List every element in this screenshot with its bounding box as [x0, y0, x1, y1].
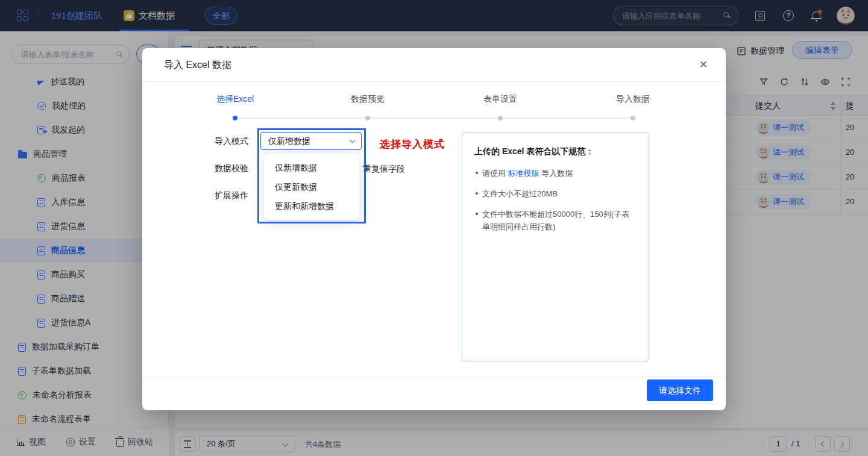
spec-bullet-size: 文件大小不超过20MB: [474, 187, 637, 200]
spec-title: 上传的 Excel 表符合以下规范：: [474, 146, 637, 157]
excel-spec-panel: 上传的 Excel 表符合以下规范： 请使用 标准模版 导入数据 文件大小不超过…: [462, 133, 649, 361]
step-dot-active: [233, 116, 237, 120]
chevron-down-icon: [350, 137, 356, 143]
step-dot: [631, 116, 635, 120]
step-form-settings: 表单设置: [434, 94, 567, 105]
extend-ops-label: 扩展操作: [215, 190, 248, 201]
import-mode-label: 导入模式: [215, 136, 248, 147]
import-mode-value: 仅新增数据: [268, 136, 310, 146]
modal-title: 导入 Excel 数据: [164, 48, 231, 82]
option-only-update[interactable]: 仅更新数据: [264, 177, 359, 196]
import-mode-dropdown: 仅新增数据 仅更新数据 更新和新增数据: [263, 154, 360, 220]
spec-bullet-limits: 文件中数据不能超过50000行、150列(子表单明细同样占用行数): [474, 208, 637, 233]
step-dot: [498, 116, 503, 120]
step-track: [169, 113, 699, 125]
spec-text: 请使用: [482, 169, 508, 178]
standard-template-link[interactable]: 标准模版: [508, 169, 539, 178]
option-update-and-add[interactable]: 更新和新增数据: [264, 196, 359, 216]
close-icon[interactable]: ✕: [697, 58, 710, 72]
modal-footer-divider: [142, 376, 726, 377]
import-mode-select[interactable]: 仅新增数据: [260, 132, 362, 150]
modal-header: 导入 Excel 数据 ✕: [142, 48, 726, 82]
choose-file-button[interactable]: 请选择文件: [647, 379, 713, 401]
data-check-text-fragment: 重复值字段: [363, 164, 405, 175]
screen: 191创建团队 文档数据 全部 + 抄送我的 我处理的 我发起的 商品管理 商品…: [0, 0, 868, 456]
annotation-red-note: 选择导入模式: [380, 137, 445, 151]
spec-bullet-template: 请使用 标准模版 导入数据: [474, 167, 637, 180]
step-indicator: 选择Excel 数据预览 表单设置 导入数据: [169, 94, 699, 125]
step-select-excel: 选择Excel: [169, 94, 301, 105]
step-data-preview: 数据预览: [301, 94, 434, 105]
spec-text: 导入数据: [539, 169, 573, 178]
option-only-add[interactable]: 仅新增数据: [264, 158, 359, 177]
step-dot: [365, 116, 370, 120]
data-check-label: 数据校验: [215, 163, 248, 174]
step-import-data: 导入数据: [567, 94, 699, 105]
import-excel-modal: 导入 Excel 数据 ✕ 选择Excel 数据预览 表单设置 导入数据 导入模…: [142, 48, 726, 410]
